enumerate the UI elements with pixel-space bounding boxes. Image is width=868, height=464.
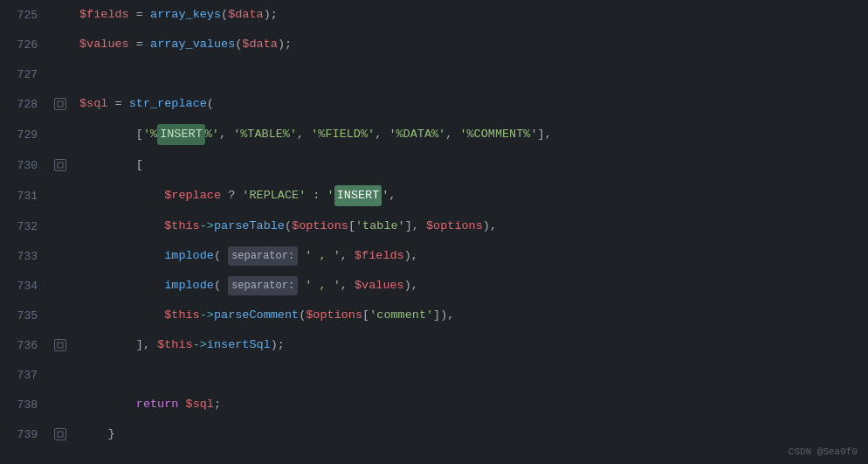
code-line-738: 738 return $sql; [0,390,868,419]
gutter-738 [48,390,72,419]
watermark: CSDN @Sea0f0 [789,447,858,457]
line-content-736: ], $this->insertSql); [72,330,868,360]
gutter-739 [48,419,72,449]
code-line-726: 726 $values = array_values($data); [0,30,868,59]
line-content-734: implode( separator: ' , ', $values), [72,271,868,301]
line-content-737 [72,360,868,390]
code-line-734: 734 implode( separator: ' , ', $values), [0,271,868,301]
gutter-729 [48,119,72,150]
code-line-727: 727 [0,59,868,89]
line-number-726: 726 [0,30,48,59]
line-content-732: $this->parseTable($options['table'], $op… [72,211,868,241]
code-line-733: 733 implode( separator: ' , ', $fields), [0,241,868,271]
line-number-739: 739 [0,419,48,449]
svg-rect-3 [58,432,63,437]
line-number-729: 729 [0,119,48,150]
code-line-736: 736 ], $this->insertSql); [0,330,868,360]
line-content-731: $replace ? 'REPLACE' : 'INSERT', [72,180,868,211]
line-number-733: 733 [0,241,48,271]
line-number-725: 725 [0,0,48,30]
svg-rect-2 [58,343,63,348]
line-content-735: $this->parseComment($options['comment'])… [72,301,868,330]
line-content-733: implode( separator: ' , ', $fields), [72,241,868,271]
gutter-735 [48,301,72,330]
line-content-730: [ [72,150,868,180]
code-editor: 725 $fields = array_keys($data); 726 $va… [0,0,868,464]
code-line-730: 730 [ [0,150,868,180]
code-line-739: 739 } [0,419,868,449]
line-content-738: return $sql; [72,390,868,419]
breakpoint-736[interactable] [54,339,66,351]
line-content-726: $values = array_values($data); [72,30,868,59]
line-number-727: 727 [0,59,48,89]
gutter-733 [48,241,72,271]
svg-rect-1 [58,163,63,168]
line-number-731: 731 [0,180,48,211]
line-content-728: $sql = str_replace( [72,89,868,119]
gutter-727 [48,59,72,89]
code-line-725: 725 $fields = array_keys($data); [0,0,868,30]
line-number-730: 730 [0,150,48,180]
gutter-732 [48,211,72,241]
gutter-731 [48,180,72,211]
gutter-725 [48,0,72,30]
line-content-727 [72,59,868,89]
gutter-730 [48,150,72,180]
breakpoint-739[interactable] [54,428,66,440]
line-content-729: ['%INSERT%', '%TABLE%', '%FIELD%', '%DAT… [72,119,868,150]
code-line-729: 729 ['%INSERT%', '%TABLE%', '%FIELD%', '… [0,119,868,150]
line-number-734: 734 [0,271,48,301]
gutter-736 [48,330,72,360]
code-line-735: 735 $this->parseComment($options['commen… [0,301,868,330]
code-line-731: 731 $replace ? 'REPLACE' : 'INSERT', [0,180,868,211]
code-line-728: 728 $sql = str_replace( [0,89,868,119]
code-line-732: 732 $this->parseTable($options['table'],… [0,211,868,241]
line-content-725: $fields = array_keys($data); [72,0,868,30]
gutter-737 [48,360,72,390]
line-number-737: 737 [0,360,48,390]
line-number-732: 732 [0,211,48,241]
line-number-735: 735 [0,301,48,330]
svg-rect-0 [58,101,63,107]
breakpoint-730[interactable] [54,159,66,171]
gutter-726 [48,30,72,59]
line-content-739: } [72,419,868,449]
line-number-736: 736 [0,330,48,360]
gutter-728 [48,89,72,119]
code-line-737: 737 [0,360,868,390]
gutter-734 [48,271,72,301]
line-number-728: 728 [0,89,48,119]
breakpoint-728[interactable] [54,98,66,110]
line-number-738: 738 [0,390,48,419]
